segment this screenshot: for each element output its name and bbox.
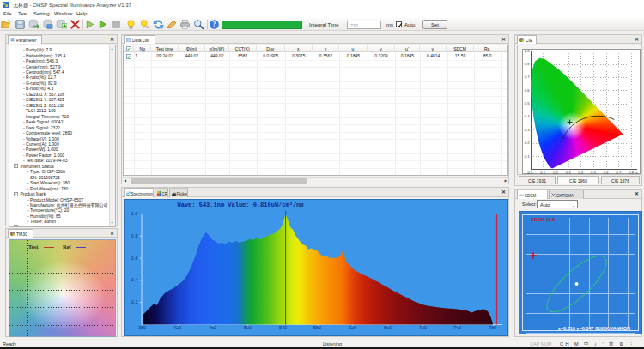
svg-text:x: x [146, 25, 149, 29]
svg-text:?: ? [212, 21, 216, 28]
